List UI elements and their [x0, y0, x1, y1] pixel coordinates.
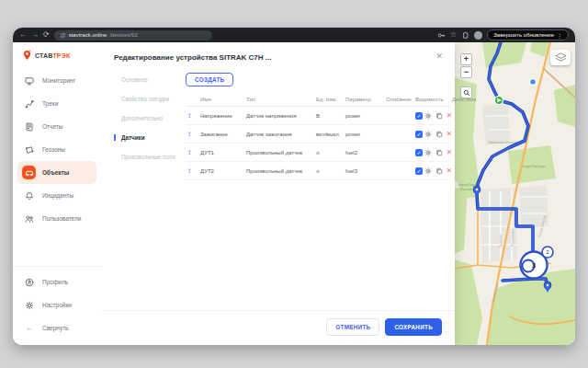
settings-gear-icon[interactable] [424, 149, 432, 156]
table-row: ↕ Напряжение Датчик напряжения В power [186, 107, 450, 125]
label-skver-2: России [460, 188, 472, 191]
sidebar-item-label: Отчеты [42, 123, 62, 130]
tune-icon [60, 32, 66, 39]
sidebar-item-reports[interactable]: Отчеты [17, 115, 96, 138]
sidebar-item-label: Настройки [42, 302, 72, 308]
finish-update-button[interactable]: Завершить обновление ⋮ [487, 29, 569, 40]
sidebar-item-monitoring[interactable]: Мониторинг [17, 69, 96, 92]
cluster-badge-count: 2 [546, 249, 548, 255]
extensions-icon[interactable] [461, 31, 469, 40]
visibility-checkbox[interactable] [415, 167, 423, 175]
forward-icon[interactable]: → [31, 31, 39, 39]
sidebar-item-label: Профиль [42, 279, 68, 285]
sidebar-bottom: Профиль Настройки ← Свернуть [13, 266, 101, 339]
sidebar-item-users[interactable]: Пользователи [17, 207, 96, 230]
table-header-row: Имя Тип Ед. изм. Параметр Описание Видим… [186, 93, 450, 107]
close-icon[interactable]: ✕ [435, 52, 443, 61]
tab-main[interactable]: Основное [114, 76, 178, 83]
url-path: /devices/92 [109, 32, 137, 38]
copy-icon[interactable] [435, 112, 443, 120]
kebab-menu-icon[interactable]: ⋮ [557, 32, 562, 39]
visibility-checkbox[interactable] [415, 149, 423, 156]
label-industrial: Промышленный [488, 140, 517, 144]
delete-icon[interactable]: ✕ [447, 149, 452, 156]
reload-icon[interactable]: ⟳ [43, 31, 50, 39]
sensor-type: Датчик зажигания [244, 125, 314, 144]
geozones-icon [22, 143, 36, 156]
logo-pin-icon [22, 50, 32, 61]
sensor-param: power [344, 107, 384, 125]
url-host: stavtrack.online [69, 32, 107, 38]
drag-handle-icon[interactable]: ↕ [187, 167, 191, 175]
drag-handle-icon[interactable]: ↕ [187, 130, 191, 138]
map-canvas[interactable]: Промышленный парк Победы сквер Героев Ро… [455, 42, 575, 345]
delete-icon[interactable]: ✕ [447, 167, 452, 175]
cluster-badge[interactable]: 2 [542, 247, 553, 258]
sensor-type: Произвольный датчик [244, 144, 314, 162]
drag-handle-icon[interactable]: ↕ [187, 148, 191, 156]
monitoring-icon [22, 74, 36, 87]
zoom-out-button[interactable]: − [460, 66, 472, 78]
modal-header: Редактирование устройства SITRAK C7H ...… [101, 42, 455, 65]
reports-icon [22, 120, 36, 133]
sensor-description [384, 144, 413, 162]
delete-icon[interactable]: ✕ [447, 112, 452, 120]
zoom-in-button[interactable]: + [460, 53, 472, 65]
waypoint-marker[interactable] [530, 79, 537, 86]
logo[interactable]: СТАВТРЭК [13, 50, 101, 61]
back-icon[interactable]: ← [19, 31, 27, 39]
start-marker[interactable] [494, 96, 503, 104]
settings-gear-icon [22, 298, 36, 312]
copy-icon[interactable] [435, 149, 443, 156]
sidebar-item-tracks[interactable]: Треки [17, 92, 96, 115]
header-description: Описание [384, 93, 413, 107]
visibility-checkbox[interactable] [415, 112, 423, 120]
visibility-checkbox[interactable] [415, 131, 423, 138]
sidebar-item-label: Геозоны [42, 146, 65, 153]
sensor-unit: В [314, 107, 344, 125]
profile-avatar[interactable] [474, 31, 482, 40]
settings-gear-icon[interactable] [424, 112, 432, 120]
create-button[interactable]: СОЗДАТЬ [186, 73, 233, 86]
table-row: ↕ ДУТ1 Произвольный датчик л fuel2 [186, 144, 450, 162]
profile-icon [22, 275, 36, 289]
sidebar-item-objects[interactable]: Объекты [17, 161, 96, 184]
settings-gear-icon[interactable] [424, 131, 432, 138]
tracks-icon [22, 97, 36, 110]
drag-handle-icon[interactable]: ↕ [187, 111, 191, 120]
search-icon [463, 89, 470, 97]
sensor-name: Напряжение [198, 107, 244, 125]
settings-gear-icon[interactable] [424, 167, 432, 175]
layers-button[interactable] [550, 50, 571, 65]
cancel-button[interactable]: ОТМЕНИТЬ [326, 318, 379, 336]
tab-custom-fields[interactable]: Произвольные поля [114, 154, 178, 160]
key-icon[interactable] [437, 31, 446, 40]
sidebar-item-settings[interactable]: Настройки [17, 293, 96, 316]
header-unit: Ед. изм. [314, 93, 344, 107]
map-panel[interactable]: Промышленный парк Победы сквер Героев Ро… [455, 42, 575, 345]
sidebar-collapse[interactable]: ← Свернуть [17, 316, 96, 339]
copy-icon[interactable] [435, 131, 443, 138]
sensor-param: fuel3 [344, 162, 384, 180]
header-drag [186, 93, 198, 107]
address-bar[interactable]: stavtrack.online/devices/92 [54, 30, 212, 40]
tab-additional[interactable]: Дополнительно [114, 115, 178, 121]
copy-icon[interactable] [435, 167, 443, 175]
sidebar-item-profile[interactable]: Профиль [17, 270, 96, 293]
sidebar-item-label: Мониторинг [42, 77, 75, 84]
edit-device-modal: Редактирование устройства SITRAK C7H ...… [101, 42, 455, 345]
sensors-table: Имя Тип Ед. изм. Параметр Описание Видим… [186, 93, 450, 180]
bookmark-star-icon[interactable]: ☆ [450, 31, 457, 39]
tab-trip-properties[interactable]: Свойства поездки [114, 96, 178, 102]
tab-sensors[interactable]: Датчики [114, 134, 178, 141]
finish-update-label: Завершить обновление [493, 32, 554, 38]
sidebar-item-incidents[interactable]: Инциденты [17, 184, 96, 207]
label-street-rossiyskaya: Российская [511, 229, 514, 247]
sidebar-item-geozones[interactable]: Геозоны [17, 138, 96, 161]
save-button[interactable]: СОХРАНИТЬ [385, 318, 442, 336]
modal-tab-list: Основное Свойства поездки Дополнительно … [114, 69, 178, 310]
sensor-unit: вкл/выкл [314, 125, 344, 144]
delete-icon[interactable]: ✕ [447, 131, 452, 138]
sensor-description [384, 107, 413, 125]
sidebar-item-label: Объекты [42, 169, 69, 176]
